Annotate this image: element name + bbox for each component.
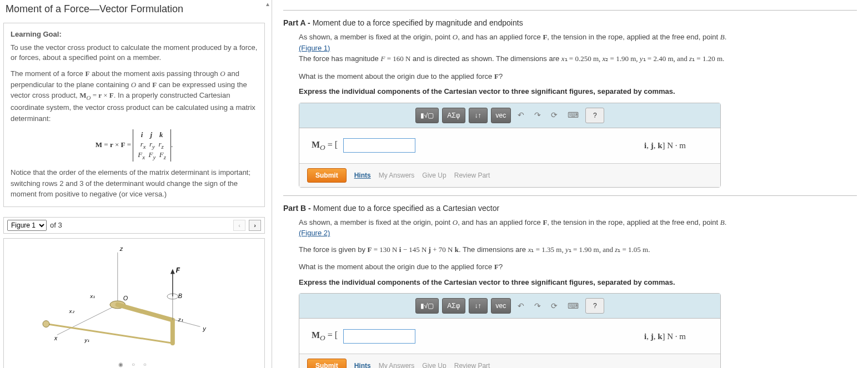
mo-label-b: MO = [ <box>312 329 338 344</box>
part-a-instructions: Express the individual components of the… <box>299 86 857 97</box>
answer-input-a[interactable] <box>343 138 415 153</box>
undo-icon[interactable]: ↶ <box>514 300 528 312</box>
vec-button[interactable]: vec <box>491 108 511 123</box>
give-up-link-a[interactable]: Give Up <box>422 170 446 180</box>
hints-link-a[interactable]: Hints <box>354 170 371 180</box>
part-a-answer-box: ▮√▢ ΑΣφ ↓↑ vec ↶ ↷ ⟳ ⌨ ? MO = [ i, j, k]… <box>299 103 721 188</box>
vec-button[interactable]: vec <box>491 298 511 314</box>
svg-text:x₁: x₁ <box>89 293 95 299</box>
figure-pager-dots[interactable]: ◉ ○ ○ <box>4 361 264 367</box>
part-a-body: As shown, a member is fixed at the origi… <box>283 32 857 188</box>
part-b-header: Part B - Moment due to a force specified… <box>283 204 857 213</box>
figure-1-diagram: x y z O B F x₁ x₂ <box>4 239 264 360</box>
page-title: Moment of a Force—Vector Formulation <box>3 3 265 15</box>
equation-toolbar-a: ▮√▢ ΑΣφ ↓↑ vec ↶ ↷ ⟳ ⌨ ? <box>299 103 720 128</box>
greek-button[interactable]: ΑΣφ <box>442 108 465 123</box>
my-answers-link-a[interactable]: My Answers <box>379 170 415 180</box>
figure-nav: Figure 1 of 3 ‹ › <box>3 217 265 234</box>
reset-icon[interactable]: ⟳ <box>548 300 561 312</box>
svg-marker-14 <box>170 269 175 274</box>
svg-text:y₁: y₁ <box>84 337 89 343</box>
subscript-button[interactable]: ↓↑ <box>469 108 488 123</box>
left-pane: ▲ ▼ Moment of a Force—Vector Formulation… <box>0 0 272 368</box>
part-a-header: Part A - Moment due to a force specified… <box>283 18 857 27</box>
help-button[interactable]: ? <box>585 298 604 314</box>
greek-button[interactable]: ΑΣφ <box>442 298 465 314</box>
goal-text: To use the vector cross product to calcu… <box>11 43 258 63</box>
figure-count-label: of 3 <box>50 221 62 229</box>
reset-icon[interactable]: ⟳ <box>548 109 561 121</box>
svg-text:y: y <box>202 325 206 332</box>
redo-icon[interactable]: ↷ <box>531 109 544 121</box>
scroll-up-icon[interactable]: ▲ <box>265 1 270 7</box>
keyboard-icon[interactable]: ⌨ <box>564 300 582 312</box>
action-row-a: Submit Hints My Answers Give Up Review P… <box>299 163 720 187</box>
review-link-b[interactable]: Review Part <box>454 361 490 368</box>
subscript-button[interactable]: ↓↑ <box>469 298 488 314</box>
submit-button-b[interactable]: Submit <box>307 359 347 368</box>
svg-text:O: O <box>123 295 128 301</box>
figure-select[interactable]: Figure 1 <box>7 220 47 231</box>
matrix-determinant: M = r × F = i j k rx ry rz Fx Fy Fz . <box>11 129 258 162</box>
hints-link-b[interactable]: Hints <box>354 361 371 368</box>
redo-icon[interactable]: ↷ <box>531 300 544 312</box>
action-row-b: Submit Hints My Answers Give Up Review P… <box>299 354 720 368</box>
part-b-answer-box: ▮√▢ ΑΣφ ↓↑ vec ↶ ↷ ⟳ ⌨ ? MO = [ i, j, k]… <box>299 293 721 368</box>
svg-point-17 <box>43 321 49 327</box>
svg-line-16 <box>46 324 173 343</box>
mo-label-a: MO = [ <box>312 138 338 153</box>
undo-icon[interactable]: ↶ <box>514 109 528 121</box>
svg-text:x: x <box>54 335 58 341</box>
template-button[interactable]: ▮√▢ <box>415 298 439 314</box>
svg-text:z: z <box>119 245 123 252</box>
goal-label: Learning Goal: <box>11 30 258 38</box>
figure-panel: x y z O B F x₁ x₂ <box>3 238 265 368</box>
equation-toolbar-b: ▮√▢ ΑΣφ ↓↑ vec ↶ ↷ ⟳ ⌨ ? <box>299 294 720 319</box>
units-label-a: i, j, k] N · m <box>644 139 686 152</box>
review-link-a[interactable]: Review Part <box>454 170 490 180</box>
divider <box>283 195 857 196</box>
theory-paragraph-2: Notice that the order of the elements of… <box>11 167 258 200</box>
units-label-b: i, j, k] N · m <box>644 330 686 343</box>
submit-button-a[interactable]: Submit <box>307 168 347 183</box>
keyboard-icon[interactable]: ⌨ <box>564 109 582 121</box>
template-button[interactable]: ▮√▢ <box>415 108 439 123</box>
part-b-body: As shown, a member is fixed at the origi… <box>283 217 857 368</box>
answer-input-b[interactable] <box>343 329 415 344</box>
svg-text:z₁: z₁ <box>178 316 183 322</box>
help-button[interactable]: ? <box>585 108 604 123</box>
svg-text:B: B <box>178 293 182 299</box>
svg-text:F: F <box>176 266 180 274</box>
right-pane: Part A - Moment due to a force specified… <box>272 0 868 368</box>
figure-1-link[interactable]: (Figure 1) <box>299 44 330 52</box>
svg-text:x₂: x₂ <box>69 308 75 314</box>
figure-2-link[interactable]: (Figure 2) <box>299 229 330 237</box>
learning-goal-box: Learning Goal: To use the vector cross p… <box>3 23 265 207</box>
part-b-instructions: Express the individual components of the… <box>299 277 857 288</box>
theory-paragraph-1: The moment of a force F about the moment… <box>11 68 258 124</box>
figure-prev-button[interactable]: ‹ <box>233 220 245 231</box>
figure-next-button[interactable]: › <box>249 220 261 231</box>
my-answers-link-b[interactable]: My Answers <box>379 361 415 368</box>
divider <box>283 10 857 11</box>
give-up-link-b[interactable]: Give Up <box>422 361 446 368</box>
svg-line-8 <box>118 305 173 320</box>
